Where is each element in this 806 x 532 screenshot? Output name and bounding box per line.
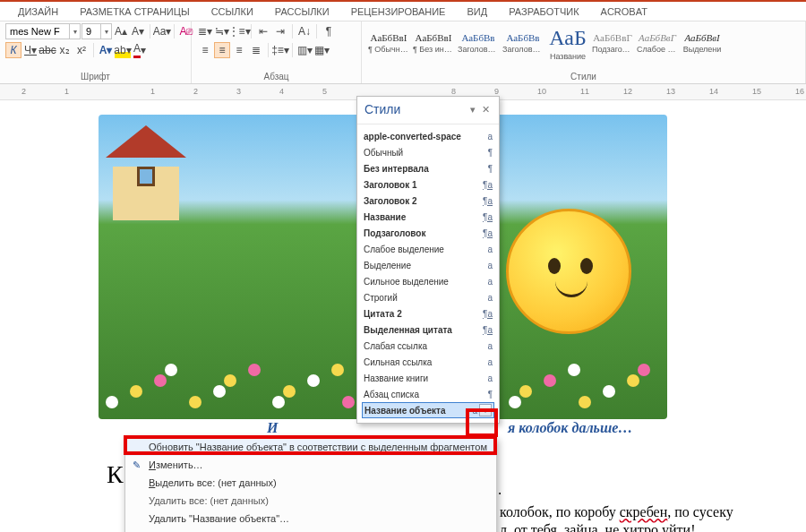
font-size-combo[interactable]: ▾ — [81, 23, 112, 39]
tab-дизайн[interactable]: ДИЗАЙН — [7, 4, 69, 21]
grow-font-icon[interactable]: A▴ — [113, 23, 129, 39]
doc-line: л, от тебя, зайца, не хитро уйти! — [500, 522, 695, 532]
styles-list: apple-converted-spaceaОбычный¶Без интерв… — [357, 124, 499, 423]
style-row[interactable]: apple-converted-spacea — [362, 128, 494, 144]
shading-icon[interactable]: ▥▾ — [296, 42, 313, 58]
style-row[interactable]: Слабое выделениеa — [362, 241, 494, 257]
style-row[interactable]: Сильная ссылкаa — [362, 354, 494, 370]
strike-icon[interactable]: abc — [39, 42, 56, 58]
group-label: Стили — [362, 71, 805, 83]
style-thumb[interactable]: АаБбВвІ¶ Обычный — [367, 23, 410, 63]
pane-title: Стили — [364, 102, 467, 116]
style-row[interactable]: Слабая ссылкаa — [362, 338, 494, 354]
style-row[interactable]: Подзаголовок¶a — [362, 225, 494, 241]
font-family-input[interactable] — [6, 24, 69, 39]
outdent-icon[interactable]: ⇤ — [255, 23, 271, 39]
house-icon — [106, 125, 186, 224]
style-row[interactable]: Обычный¶ — [362, 144, 494, 160]
ribbon-tabs: ДИЗАЙНРАЗМЕТКА СТРАНИЦЫССЫЛКИРАССЫЛКИРЕЦ… — [0, 2, 806, 21]
text-effects-icon[interactable]: A▾ — [98, 42, 114, 58]
menu-item[interactable]: Удалить из коллекции стилей — [125, 528, 496, 532]
style-thumb[interactable]: АаБбВвЗаголово… — [502, 23, 544, 63]
style-thumb[interactable]: АаБбВвЗаголово… — [457, 23, 500, 63]
borders-icon[interactable]: ▦▾ — [313, 42, 330, 58]
subscript-icon[interactable]: x₂ — [56, 42, 73, 58]
sort-icon[interactable]: A↓ — [296, 23, 313, 39]
group-label: Абзац — [192, 71, 361, 83]
style-row[interactable]: Выделенная цитата¶a — [362, 322, 494, 338]
tab-разработчик[interactable]: РАЗРАБОТЧИК — [498, 4, 589, 21]
ribbon: ▾ ▾ A▴ A▾ Aa▾ A⎚ К Ч▾ abc x₂ x² — [0, 21, 806, 84]
style-thumb[interactable]: АаБНазвание — [546, 23, 589, 63]
quick-styles-gallery[interactable]: АаБбВвІ¶ ОбычныйАаБбВвІ¶ Без инте…АаБбВв… — [367, 23, 724, 63]
chevron-down-icon[interactable]: ▾ — [69, 24, 80, 39]
align-center-icon[interactable]: ≡ — [214, 42, 230, 58]
style-row[interactable]: Название¶a — [362, 209, 494, 225]
multilevel-icon[interactable]: ⋮≡▾ — [231, 23, 247, 39]
font-family-combo[interactable]: ▾ — [5, 23, 81, 39]
underline-icon[interactable]: Ч▾ — [22, 42, 39, 58]
style-context-menu: Обновить "Название объекта" в соответств… — [124, 437, 497, 532]
menu-item[interactable]: ✎Изменить… — [125, 456, 496, 474]
font-size-input[interactable] — [82, 24, 100, 39]
chevron-down-icon[interactable]: ▾ — [100, 24, 111, 39]
align-left-icon[interactable]: ≡ — [197, 42, 213, 58]
style-row[interactable]: Название объектаa▾ — [362, 402, 494, 418]
line-spacing-icon[interactable]: ‡≡▾ — [272, 42, 288, 58]
style-thumb[interactable]: АаБбВвІ¶ Без инте… — [412, 23, 455, 63]
group-font: ▾ ▾ A▴ A▾ Aa▾ A⎚ К Ч▾ abc x₂ x² — [0, 21, 192, 83]
style-row[interactable]: Сильное выделениеa — [362, 273, 494, 289]
tab-ссылки[interactable]: ССЫЛКИ — [201, 4, 264, 21]
bullets-icon[interactable]: ≣▾ — [197, 23, 213, 39]
menu-item[interactable]: Обновить "Название объекта" в соответств… — [125, 438, 496, 456]
align-right-icon[interactable]: ≡ — [231, 42, 247, 58]
style-dropdown-icon[interactable]: ▾ — [479, 404, 492, 416]
style-row[interactable]: Строгийa — [362, 289, 494, 305]
pilcrow-icon[interactable]: ¶ — [321, 23, 337, 39]
menu-item[interactable]: Выделить все: (нет данных) — [125, 474, 496, 492]
group-label: Шрифт — [0, 71, 191, 83]
tab-acrobat[interactable]: ACROBAT — [590, 4, 658, 21]
highlight-icon[interactable]: ab▾ — [115, 42, 131, 58]
group-paragraph: ≣▾ ≒▾ ⋮≡▾ ⇤ ⇥ A↓ ¶ ≡ ≡ ≡ ≣ ‡≡▾ ▥▾ ▦▾ — [192, 21, 362, 83]
indent-icon[interactable]: ⇥ — [272, 23, 288, 39]
superscript-icon[interactable]: x² — [73, 42, 90, 58]
doc-line: колобок, по коробу скребен, по сусеку — [500, 504, 733, 520]
style-row[interactable]: Без интервала¶ — [362, 160, 494, 176]
font-color-icon[interactable]: A▾ — [132, 42, 148, 58]
shrink-font-icon[interactable]: A▾ — [130, 23, 146, 39]
close-icon[interactable]: ✕ — [479, 104, 492, 116]
pane-options-icon[interactable]: ▾ — [467, 104, 479, 116]
style-row[interactable]: Абзац списка¶ — [362, 386, 494, 402]
caption-text: я колобок дальше… — [508, 420, 632, 436]
styles-pane: Стили ▾ ✕ apple-converted-spaceaОбычный¶… — [356, 96, 500, 424]
justify-icon[interactable]: ≣ — [248, 42, 264, 58]
style-row[interactable]: Цитата 2¶a — [362, 305, 494, 322]
tab-рецензирование[interactable]: РЕЦЕНЗИРОВАНИЕ — [340, 4, 457, 21]
style-row[interactable]: Название книгиa — [362, 370, 494, 386]
style-thumb[interactable]: АаБбВвГПодзагол… — [591, 23, 634, 63]
italic-icon[interactable]: К — [5, 42, 21, 58]
drop-cap: К — [107, 460, 124, 489]
style-thumb[interactable]: АаБбВвІВыделени — [681, 23, 724, 63]
menu-item[interactable]: Удалить все: (нет данных) — [125, 492, 496, 510]
tab-разметка страницы[interactable]: РАЗМЕТКА СТРАНИЦЫ — [69, 4, 200, 21]
tab-вид[interactable]: ВИД — [456, 4, 498, 21]
change-case-icon[interactable]: Aa▾ — [154, 23, 170, 39]
caption-initial: И — [267, 420, 278, 436]
menu-item[interactable]: Удалить "Название объекта"… — [125, 510, 496, 528]
style-thumb[interactable]: АаБбВвГСлабое в… — [636, 23, 679, 63]
style-row[interactable]: Заголовок 1¶a — [362, 176, 494, 193]
group-styles: АаБбВвІ¶ ОбычныйАаБбВвІ¶ Без инте…АаБбВв… — [362, 21, 806, 83]
style-row[interactable]: Выделениеa — [362, 257, 494, 273]
sun-character — [506, 209, 631, 334]
style-row[interactable]: Заголовок 2¶a — [362, 193, 494, 209]
tab-рассылки[interactable]: РАССЫЛКИ — [264, 4, 340, 21]
